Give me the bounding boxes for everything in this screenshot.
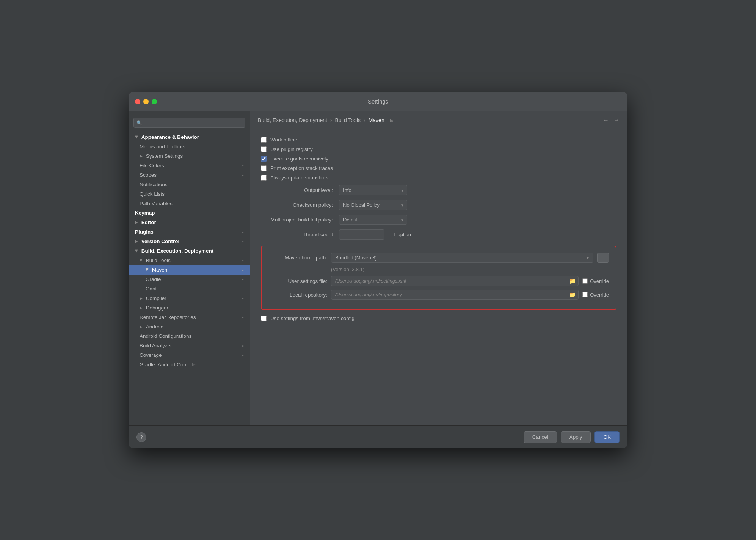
breadcrumb-sep2: › — [364, 117, 365, 123]
local-repo-label: Local repository: — [268, 292, 327, 298]
breadcrumb-part3: Maven — [369, 117, 384, 123]
maven-home-select[interactable]: Bundled (Maven 3) Custom — [331, 253, 593, 263]
sidebar-item-editor[interactable]: ▶ Editor — [129, 218, 250, 227]
breadcrumb-bar: Build, Execution, Deployment › Build Too… — [250, 111, 627, 129]
sidebar-item-keymap[interactable]: Keymap — [129, 208, 250, 218]
gradle-badge: ▪ — [242, 277, 244, 282]
sidebar-item-version-control[interactable]: ▶ Version Control ▪ — [129, 237, 250, 246]
user-settings-override-checkbox[interactable] — [582, 278, 588, 284]
sidebar-item-build-analyzer[interactable]: Build Analyzer ▪ — [129, 341, 250, 350]
local-repo-input[interactable] — [331, 290, 579, 300]
footer: ? Cancel Apply OK — [129, 425, 627, 448]
sidebar-item-scopes[interactable]: Scopes ▪ — [129, 170, 250, 180]
nav-back[interactable]: ← — [603, 117, 609, 124]
checksum-policy-row: Checksum policy: No Global Policy Fail W… — [261, 200, 616, 210]
close-button[interactable] — [135, 99, 140, 104]
output-level-label: Output level: — [261, 187, 333, 193]
expand-arrow-appearance: ▶ — [135, 136, 139, 139]
sidebar-item-coverage[interactable]: Coverage ▪ — [129, 350, 250, 360]
sidebar-item-system-settings[interactable]: ▶ System Settings — [129, 151, 250, 161]
sidebar-item-android-configs[interactable]: Android Configurations — [129, 331, 250, 341]
breadcrumb-sep1: › — [330, 117, 332, 123]
sidebar-item-maven[interactable]: ▶ Maven ▪ — [129, 265, 250, 275]
plugins-badge: ▪ — [242, 230, 244, 234]
always-update-checkbox[interactable] — [261, 175, 267, 181]
multiproject-policy-select[interactable]: Default Fail at End Fail Fast Never Fail — [339, 215, 407, 225]
apply-button[interactable]: Apply — [561, 431, 591, 443]
execute-goals-label: Execute goals recursively — [270, 156, 328, 162]
compiler-badge: ▪ — [242, 296, 244, 301]
print-exception-checkbox[interactable] — [261, 165, 267, 171]
nav-forward[interactable]: → — [613, 117, 620, 124]
sidebar-item-gradle-android[interactable]: Gradle–Android Compiler — [129, 360, 250, 369]
output-level-row: Output level: Info Debug Warn Error — [261, 185, 616, 195]
sidebar: 🔍 ▶ Appearance & Behavior Menus and Tool… — [129, 111, 250, 425]
search-wrapper: 🔍 — [133, 118, 245, 128]
checksum-policy-select[interactable]: No Global Policy Fail Warn Ignore — [339, 200, 407, 210]
sidebar-item-build-exec[interactable]: ▶ Build, Execution, Deployment — [129, 246, 250, 256]
use-mvn-config-label: Use settings from .mvn/maven.config — [270, 316, 354, 321]
cancel-button[interactable]: Cancel — [524, 431, 557, 443]
expand-arrow-maven: ▶ — [145, 268, 149, 272]
expand-arrow-compiler: ▶ — [140, 296, 143, 300]
sidebar-item-notifications[interactable]: Notifications — [129, 180, 250, 189]
always-update-label: Always update snapshots — [270, 175, 328, 181]
use-plugin-registry-row: Use plugin registry — [261, 146, 616, 152]
nav-arrows: ← → — [603, 117, 620, 124]
work-offline-row: Work offline — [261, 137, 616, 143]
window-title: Settings — [368, 98, 388, 105]
use-plugin-registry-checkbox[interactable] — [261, 146, 267, 152]
user-settings-label: User settings file: — [268, 278, 327, 284]
sidebar-item-compiler[interactable]: ▶ Compiler ▪ — [129, 294, 250, 303]
sidebar-item-menus-toolbars[interactable]: Menus and Toolbars — [129, 142, 250, 151]
ok-button[interactable]: OK — [594, 431, 620, 443]
checksum-policy-select-wrapper: No Global Policy Fail Warn Ignore — [339, 200, 407, 210]
sidebar-item-build-tools[interactable]: ▶ Build Tools ▪ — [129, 256, 250, 265]
breadcrumb-part1: Build, Execution, Deployment — [258, 117, 327, 123]
execute-goals-row: Execute goals recursively — [261, 156, 616, 162]
output-level-select[interactable]: Info Debug Warn Error — [339, 185, 407, 195]
maven-home-box: Maven home path: Bundled (Maven 3) Custo… — [261, 246, 616, 310]
right-panel: Build, Execution, Deployment › Build Too… — [250, 111, 627, 425]
print-exception-label: Print exception stack traces — [270, 165, 333, 171]
minimize-button[interactable] — [143, 99, 149, 104]
work-offline-checkbox[interactable] — [261, 137, 267, 143]
local-repo-input-wrapper: 📁 — [331, 290, 579, 300]
expand-arrow-editor: ▶ — [135, 220, 138, 224]
multiproject-policy-row: Multiproject build fail policy: Default … — [261, 215, 616, 225]
checksum-policy-label: Checksum policy: — [261, 202, 333, 208]
thread-count-label: Thread count — [261, 232, 333, 237]
t-option-label: –T option — [391, 232, 411, 237]
user-settings-input[interactable] — [331, 276, 579, 286]
sidebar-item-appearance[interactable]: ▶ Appearance & Behavior — [129, 132, 250, 142]
use-plugin-registry-label: Use plugin registry — [270, 146, 313, 152]
main-content: 🔍 ▶ Appearance & Behavior Menus and Tool… — [129, 111, 627, 425]
maven-badge: ▪ — [242, 268, 244, 272]
sidebar-item-gant[interactable]: Gant — [129, 284, 250, 294]
expand-arrow-debugger: ▶ — [140, 306, 143, 310]
thread-count-input[interactable] — [339, 229, 384, 240]
search-input[interactable] — [133, 118, 245, 128]
sidebar-item-quick-lists[interactable]: Quick Lists — [129, 189, 250, 199]
sidebar-item-plugins[interactable]: Plugins ▪ — [129, 227, 250, 237]
local-repo-override-checkbox[interactable] — [582, 292, 588, 297]
expand-arrow-android: ▶ — [140, 325, 143, 329]
sidebar-item-debugger[interactable]: ▶ Debugger — [129, 303, 250, 312]
use-mvn-config-checkbox[interactable] — [261, 316, 267, 321]
help-button[interactable]: ? — [136, 432, 146, 442]
multiproject-policy-label: Multiproject build fail policy: — [261, 217, 333, 223]
user-settings-input-wrapper: 📁 — [331, 276, 579, 286]
sidebar-item-file-colors[interactable]: File Colors ▪ — [129, 161, 250, 170]
local-repo-row: Local repository: 📁 Override — [268, 290, 609, 300]
settings-icon-small: ⊟ — [390, 118, 394, 123]
local-repo-folder-button[interactable]: 📁 — [567, 290, 578, 299]
user-settings-folder-button[interactable]: 📁 — [567, 276, 578, 286]
sidebar-item-android[interactable]: ▶ Android — [129, 322, 250, 331]
maximize-button[interactable] — [152, 99, 157, 104]
sidebar-item-path-variables[interactable]: Path Variables — [129, 199, 250, 208]
local-repo-override-label: Override — [590, 292, 609, 298]
sidebar-item-remote-jar[interactable]: Remote Jar Repositories ▪ — [129, 312, 250, 322]
execute-goals-checkbox[interactable] — [261, 156, 267, 162]
maven-home-dots-button[interactable]: ... — [597, 253, 609, 263]
sidebar-item-gradle[interactable]: Gradle ▪ — [129, 275, 250, 284]
